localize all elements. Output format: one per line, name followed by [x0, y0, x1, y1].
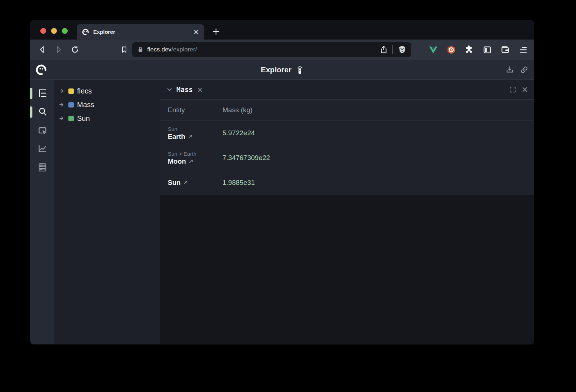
open-entity-icon [183, 180, 188, 185]
fullscreen-icon[interactable] [509, 86, 516, 93]
url-domain: flecs.dev [147, 46, 171, 53]
main-content: flecs Mass Sun [30, 80, 534, 344]
mass-value: 1.9885e31 [222, 179, 534, 187]
browser-toolbar: flecs.dev/explorer/ [30, 40, 534, 60]
traffic-lights [40, 28, 68, 34]
tree-view-icon[interactable] [37, 88, 48, 99]
entity-link[interactable]: Moon [168, 158, 222, 165]
entity-name: Sun [168, 179, 181, 187]
chevron-down-icon[interactable] [166, 86, 173, 93]
active-pill-tree [30, 88, 32, 99]
tree-item-mass[interactable]: Mass [54, 98, 160, 111]
open-entity-icon [188, 134, 193, 139]
entity-tree: flecs Mass Sun [54, 80, 160, 344]
wallet-icon[interactable] [500, 44, 510, 55]
mass-value: 7.34767309e22 [222, 154, 534, 162]
panel-close-icon[interactable] [522, 86, 528, 93]
stats-icon[interactable] [37, 143, 48, 154]
table-header-row: Entity Mass (kg) [160, 100, 534, 120]
column-header-mass: Mass (kg) [222, 106, 534, 114]
back-icon[interactable] [36, 44, 48, 56]
panel-actions [509, 86, 528, 93]
entity-parent-path: Sun > Earth [168, 150, 222, 158]
column-header-entity: Entity [168, 106, 222, 114]
tree-item-label: flecs [77, 87, 92, 95]
browser-window: Explorer [30, 20, 534, 345]
sidebar-icon[interactable] [482, 44, 492, 55]
entity-cell: Sun > Earth Moon [168, 150, 222, 165]
entity-color-swatch [68, 116, 74, 121]
remote-icon[interactable] [296, 65, 304, 74]
minimize-window-button[interactable] [51, 28, 57, 34]
query-panel-empty-area [160, 195, 534, 344]
divider [392, 45, 393, 54]
page-title: Explorer [261, 65, 291, 74]
zoom-window-button[interactable] [62, 28, 68, 34]
query-close-icon[interactable] [197, 87, 203, 93]
address-bar[interactable]: flecs.dev/explorer/ [132, 42, 411, 57]
query-title: Mass [176, 86, 193, 94]
tree-item-label: Mass [77, 101, 94, 109]
table-row: Sun > Earth Moon 7.34767309e22 [160, 145, 534, 170]
brave-shield-icon[interactable] [397, 45, 407, 54]
expand-arrow-icon[interactable] [59, 115, 65, 122]
entity-color-swatch [68, 102, 74, 108]
query-panel-header: Mass [160, 80, 534, 100]
entity-link[interactable]: Sun [168, 179, 222, 187]
browser-tab[interactable]: Explorer [77, 24, 204, 40]
expand-arrow-icon[interactable] [59, 101, 65, 108]
tree-item-label: Sun [77, 114, 90, 123]
expand-arrow-icon[interactable] [59, 88, 65, 94]
mass-value: 5.9722e24 [222, 129, 534, 137]
query-panel: Mass Entity [160, 80, 534, 344]
menu-icon[interactable] [518, 44, 528, 55]
reload-icon[interactable] [69, 44, 81, 56]
inspect-icon[interactable] [37, 126, 48, 136]
memory-icon[interactable] [37, 162, 48, 173]
url-text: flecs.dev/explorer/ [147, 46, 379, 53]
table-row: Sun Earth 5.9722e24 [160, 120, 534, 145]
entity-name: Moon [168, 158, 186, 165]
entity-color-swatch [68, 88, 74, 94]
tree-item-flecs[interactable]: flecs [54, 84, 160, 98]
entity-name: Earth [168, 133, 185, 141]
new-tab-button[interactable] [211, 26, 221, 37]
share-icon[interactable] [379, 45, 388, 54]
entity-link[interactable]: Earth [168, 133, 222, 141]
vue-devtools-icon[interactable] [428, 44, 438, 55]
extension-icons [428, 44, 528, 55]
bookmark-icon[interactable] [118, 44, 130, 56]
url-path: /explorer/ [171, 46, 197, 53]
forward-icon[interactable] [53, 44, 64, 56]
tree-item-sun[interactable]: Sun [54, 111, 160, 125]
open-entity-icon [189, 159, 193, 164]
extensions-puzzle-icon[interactable] [464, 44, 474, 55]
lock-icon [137, 46, 144, 53]
entity-cell: Sun [168, 179, 222, 187]
hex-extension-icon[interactable] [446, 44, 456, 55]
search-icon[interactable] [37, 106, 48, 117]
explorer-header: Explorer [30, 60, 534, 80]
tab-bar: Explorer [30, 20, 534, 40]
active-pill-search [30, 106, 32, 118]
tab-close-icon[interactable] [193, 29, 199, 35]
entity-cell: Sun Earth [168, 126, 222, 141]
table-row: Sun 1.9885e31 [160, 170, 534, 195]
tab-title: Explorer [93, 29, 190, 35]
entity-parent-path: Sun [168, 126, 222, 133]
query-result-table: Entity Mass (kg) Sun Earth 5.9722e24 [160, 100, 534, 195]
close-window-button[interactable] [40, 28, 46, 34]
page-title-wrap: Explorer [30, 65, 534, 74]
flecs-favicon [82, 28, 90, 36]
icon-rail [30, 80, 54, 344]
